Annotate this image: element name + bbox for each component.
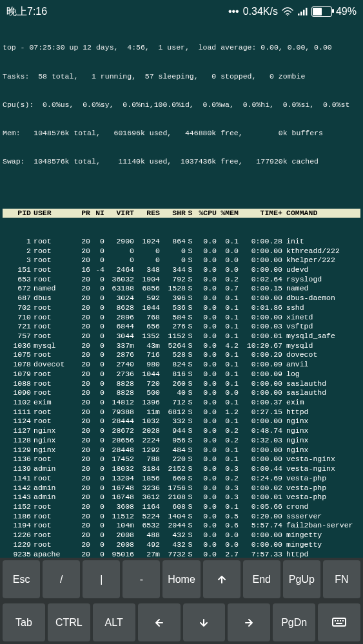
cell-pid: 1036 bbox=[3, 341, 31, 351]
cell-pr: 16 bbox=[75, 265, 90, 275]
cell-cpu: 0.0 bbox=[195, 474, 217, 484]
cell-res: 1044 bbox=[134, 370, 160, 379]
cell-time: 0:00.00 bbox=[239, 540, 282, 550]
key-home[interactable]: Home bbox=[162, 560, 200, 598]
cell-time: 0:20.00 bbox=[239, 512, 282, 522]
cell-virt: 2008 bbox=[104, 540, 134, 550]
key-end[interactable]: End bbox=[243, 560, 280, 598]
cell-mem: 0.3 bbox=[217, 493, 239, 502]
cell-cpu: 0.0 bbox=[195, 446, 217, 455]
key-fn[interactable]: FN bbox=[323, 560, 360, 598]
cell-pr: 20 bbox=[75, 294, 90, 303]
cell-mem: 0.1 bbox=[217, 370, 239, 379]
cell-s: S bbox=[186, 474, 195, 484]
cell-time: 0:00.00 bbox=[239, 247, 282, 256]
cell-res: 788 bbox=[134, 455, 160, 464]
cell-user: root bbox=[31, 332, 75, 341]
cell-time: 0:00.00 bbox=[239, 531, 282, 540]
cell-cmd: fail2ban-server bbox=[282, 521, 360, 531]
key-pgup[interactable]: PgUp bbox=[283, 560, 320, 598]
cell-user: exim bbox=[31, 398, 75, 408]
process-row: 1141root200132041856660S0.00.20:24.69ves… bbox=[3, 474, 360, 484]
cell-time: 0:00.29 bbox=[239, 350, 282, 360]
key-arrow-left[interactable] bbox=[138, 603, 181, 641]
cell-shr: 260 bbox=[160, 379, 186, 389]
cell-pr: 20 bbox=[75, 332, 90, 341]
cell-cpu: 0.0 bbox=[195, 531, 217, 540]
key-pgdn[interactable]: PgDn bbox=[273, 603, 315, 641]
cell-ni: 0 bbox=[90, 294, 104, 303]
cell-mem: 0.0 bbox=[217, 247, 239, 256]
col-res: RES bbox=[134, 209, 160, 218]
cell-pr: 20 bbox=[75, 256, 90, 265]
cell-user: mysql bbox=[31, 341, 75, 351]
key-alt[interactable]: ALT bbox=[93, 603, 135, 641]
cell-time: 0:00.00 bbox=[239, 256, 282, 265]
cell-pid: 1139 bbox=[3, 464, 31, 474]
cell-cmd: vesta-nginx bbox=[282, 464, 360, 474]
terminal-output[interactable]: top - 07:25:30 up 12 days, 4:56, 1 user,… bbox=[0, 23, 363, 644]
cell-virt: 2736 bbox=[104, 370, 134, 379]
cell-user: nginx bbox=[31, 436, 75, 446]
battery-icon bbox=[311, 6, 332, 17]
cell-mem: 0.0 bbox=[217, 388, 239, 398]
cell-virt: 16748 bbox=[104, 484, 134, 493]
cell-mem: 0.2 bbox=[217, 275, 239, 285]
cell-time: 0:48.74 bbox=[239, 426, 282, 436]
cell-virt: 13204 bbox=[104, 474, 134, 484]
cell-mem: 0.7 bbox=[217, 284, 239, 294]
key-tab[interactable]: Tab bbox=[3, 603, 45, 641]
cell-shr: 712 bbox=[160, 398, 186, 408]
cell-time: 0:02.64 bbox=[239, 275, 282, 285]
process-row: 1128nginx200286562224956S0.00.20:32.03ng… bbox=[3, 436, 360, 446]
top-summary-swap: Swap: 1048576k total, 11140k used, 10374… bbox=[3, 157, 360, 167]
cell-mem: 4.2 bbox=[217, 341, 239, 351]
key--[interactable]: | bbox=[83, 560, 120, 598]
cell-pid: 1129 bbox=[3, 446, 31, 455]
cell-s: S bbox=[186, 256, 195, 265]
process-row: 1078dovecot2002740980824S0.00.10:00.09an… bbox=[3, 360, 360, 370]
col-pid: PID bbox=[3, 209, 31, 218]
key-esc[interactable]: Esc bbox=[3, 560, 40, 598]
cell-pr: 20 bbox=[75, 446, 90, 455]
cell-user: root bbox=[31, 388, 75, 398]
cell-cpu: 0.0 bbox=[195, 256, 217, 265]
cell-user: root bbox=[31, 237, 75, 247]
cell-time: 10:20.67 bbox=[239, 341, 282, 351]
cell-shr: 824 bbox=[160, 360, 186, 370]
cell-time: 0:00.09 bbox=[239, 360, 282, 370]
cell-mem: 1.2 bbox=[217, 408, 239, 417]
key-arrow-right[interactable] bbox=[228, 603, 270, 641]
cell-pid: 1075 bbox=[3, 350, 31, 360]
cell-mem: 0.1 bbox=[217, 446, 239, 455]
cell-res: 980 bbox=[134, 360, 160, 370]
cell-pr: 20 bbox=[75, 398, 90, 408]
cell-res: 6532 bbox=[134, 521, 160, 531]
key-ctrl[interactable]: CTRL bbox=[48, 603, 90, 641]
cell-time: 0:00.03 bbox=[239, 322, 282, 332]
key--[interactable]: / bbox=[43, 560, 80, 598]
cell-time: 5:57.74 bbox=[239, 521, 282, 531]
cell-res: 716 bbox=[134, 350, 160, 360]
cell-pr: 20 bbox=[75, 313, 90, 323]
cell-pr: 20 bbox=[75, 426, 90, 436]
cell-mem: 0.0 bbox=[217, 540, 239, 550]
cell-res: 2028 bbox=[134, 426, 160, 436]
cell-cpu: 0.0 bbox=[195, 303, 217, 313]
cell-ni: 0 bbox=[90, 284, 104, 294]
key-keyboard-icon[interactable] bbox=[318, 603, 360, 641]
cell-s: S bbox=[186, 408, 195, 417]
cell-virt: 3044 bbox=[104, 332, 134, 341]
key--[interactable]: - bbox=[123, 560, 160, 598]
cell-ni: 0 bbox=[90, 341, 104, 351]
cell-virt: 28448 bbox=[104, 446, 134, 455]
cell-user: root bbox=[31, 502, 75, 512]
cell-shr: 0 bbox=[160, 247, 186, 256]
cell-user: root bbox=[31, 350, 75, 360]
cell-res: 488 bbox=[134, 531, 160, 540]
cell-mem: 0.1 bbox=[217, 379, 239, 389]
key-arrow-up[interactable] bbox=[203, 560, 240, 598]
cell-ni: 0 bbox=[90, 493, 104, 502]
key-arrow-down[interactable] bbox=[183, 603, 226, 641]
cell-ni: 0 bbox=[90, 332, 104, 341]
